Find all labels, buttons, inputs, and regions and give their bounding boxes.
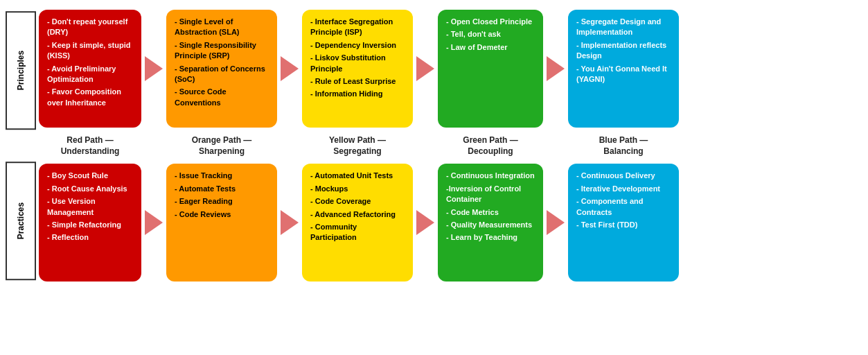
arrow-2 (414, 56, 436, 81)
path-label-blue: Blue Path —Balancing (568, 132, 679, 159)
arrow-1 (278, 56, 301, 81)
path-label-spacer (414, 132, 436, 159)
principles-card-red: - Don't repeat yourself (DRY)- Keep it s… (39, 10, 141, 128)
practices-card-green: - Continuous Integration-Inversion of Co… (438, 164, 543, 282)
practices-card-orange: - Issue Tracking- Automate Tests- Eager … (166, 164, 277, 282)
arrow-icon (281, 210, 299, 235)
arrow-2 (414, 210, 436, 235)
arrow-icon (416, 210, 434, 235)
practices-card-red: - Boy Scout Rule- Root Cause Analysis- U… (39, 164, 141, 282)
practices-card-blue: - Continuous Delivery- Iterative Develop… (568, 164, 679, 282)
arrow-3 (544, 56, 567, 81)
principles-card-blue: - Segregate Design and Implementation- I… (568, 10, 679, 128)
path-label-yellow: Yellow Path —Segregating (302, 132, 413, 159)
path-label-spacer (544, 132, 567, 159)
principles-label: Principles (6, 11, 36, 130)
principles-row: - Don't repeat yourself (DRY)- Keep it s… (39, 10, 862, 128)
path-label-spacer (278, 132, 301, 159)
arrow-icon (145, 56, 163, 81)
practices-label: Practices (6, 162, 36, 280)
arrow-icon (281, 56, 299, 81)
principles-card-yellow: - Interface Segregation Principle (ISP)-… (302, 10, 413, 128)
path-label-green: Green Path —Decoupling (438, 132, 543, 159)
arrow-icon (547, 210, 565, 235)
path-label-orange: Orange Path —Sharpening (166, 132, 277, 159)
arrow-0 (143, 56, 165, 81)
arrow-icon (145, 210, 163, 235)
practices-row: - Boy Scout Rule- Root Cause Analysis- U… (39, 164, 862, 282)
principles-card-green: - Open Closed Principle- Tell, don't ask… (438, 10, 543, 128)
path-labels-strip: Red Path —UnderstandingOrange Path —Shar… (39, 130, 862, 161)
arrow-icon (547, 56, 565, 81)
path-label-spacer (143, 132, 165, 159)
principles-card-orange: - Single Level of Abstraction (SLA)- Sin… (166, 10, 277, 128)
path-label-red: Red Path —Understanding (39, 132, 141, 159)
side-labels: Principles Practices (6, 10, 36, 282)
arrow-1 (278, 210, 301, 235)
arrow-0 (143, 210, 165, 235)
arrow-icon (416, 56, 434, 81)
arrow-3 (544, 210, 567, 235)
diagram-container: Principles Practices - Don't repeat your… (6, 7, 862, 284)
main-rows: - Don't repeat yourself (DRY)- Keep it s… (39, 10, 862, 282)
practices-card-yellow: - Automated Unit Tests- Mockups- Code Co… (302, 164, 413, 282)
